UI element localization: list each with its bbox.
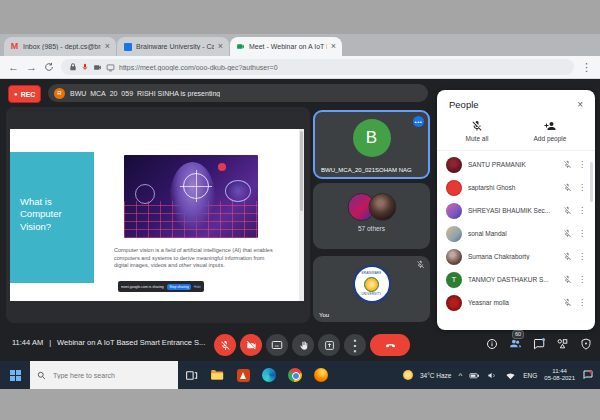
mic-off-icon: [563, 160, 572, 169]
participant-row[interactable]: saptarshi Ghosh ⋮: [437, 176, 595, 199]
more-options-icon[interactable]: ⋮: [578, 275, 586, 284]
recording-badge: ● REC: [8, 85, 41, 103]
participant-row[interactable]: SANTU PRAMANIK ⋮: [437, 153, 595, 176]
camera-permission-icon[interactable]: [93, 63, 102, 72]
edge-button[interactable]: [256, 361, 282, 389]
browser-menu-icon[interactable]: ⋮: [581, 62, 592, 73]
mic-off-icon: [416, 260, 425, 269]
chrome-icon: [288, 368, 302, 382]
others-avatars: [347, 193, 396, 221]
raise-hand-button[interactable]: [292, 334, 314, 356]
more-options-icon[interactable]: ⋮: [578, 206, 586, 215]
more-options-icon[interactable]: ⋮: [578, 183, 586, 192]
participants-list: SANTU PRAMANIK ⋮ saptarshi Ghosh ⋮ SHREY…: [437, 151, 595, 314]
camera-button[interactable]: [240, 334, 262, 356]
screen-share-bar: meet.google.com is sharing your screen. …: [118, 281, 204, 292]
audio-indicator-icon: •••: [413, 116, 424, 127]
participant-tile-speaker[interactable]: ••• B BWU_MCA_20_021SOHAM NAG: [313, 110, 430, 179]
battery-icon[interactable]: [469, 370, 480, 381]
close-icon[interactable]: ×: [577, 99, 583, 110]
mic-off-icon: [563, 183, 572, 192]
slide-scrollbar[interactable]: [299, 129, 304, 301]
present-button[interactable]: [318, 334, 340, 356]
avatar: [446, 295, 462, 311]
participant-row[interactable]: Sumana Chakraborty ⋮: [437, 245, 595, 268]
host-controls-button[interactable]: [580, 338, 592, 350]
participant-tile-others[interactable]: 57 others: [313, 183, 430, 249]
mic-off-icon: [563, 229, 572, 238]
more-options-button[interactable]: ⋮: [344, 334, 366, 356]
slide-title-panel: What is Computer Vision?: [10, 152, 94, 283]
participant-tile-you[interactable]: BRAINWARE UNIVERSITY You: [313, 256, 430, 322]
hide-button[interactable]: Hide: [194, 285, 201, 289]
taskbar-search[interactable]: [30, 361, 178, 389]
language-indicator[interactable]: ENG: [523, 372, 537, 379]
lock-icon: [69, 63, 77, 71]
leave-call-button[interactable]: [370, 334, 410, 356]
participant-row[interactable]: sonai Mandal ⋮: [437, 222, 595, 245]
back-button[interactable]: ←: [8, 62, 19, 73]
red-dot-decoration: [218, 163, 226, 171]
slide-body-text: Computer vision is a field of artificial…: [114, 247, 278, 270]
close-icon[interactable]: ×: [105, 42, 110, 51]
more-options-icon[interactable]: ⋮: [578, 298, 586, 307]
close-icon[interactable]: ×: [218, 42, 223, 51]
network-icon[interactable]: [505, 370, 516, 381]
add-people-button[interactable]: Add people: [534, 120, 567, 142]
rec-label: REC: [21, 91, 36, 98]
avatar: [446, 203, 462, 219]
tab-calendar[interactable]: Brainware University - Calenda ×: [117, 37, 229, 56]
vlc-button[interactable]: [230, 361, 256, 389]
weather-text[interactable]: 34°C Haze: [420, 372, 452, 379]
taskbar-clock[interactable]: 11:44 05-08-2021: [544, 368, 575, 383]
address-bar[interactable]: https://meet.google.com/ooo-dkub-gec?aut…: [61, 59, 574, 75]
mic-button[interactable]: [214, 334, 236, 356]
shared-screen-tile[interactable]: What is Computer Vision? Computer vision…: [6, 107, 310, 323]
participant-row[interactable]: SHREYASI BHAUMIK Sec... ⋮: [437, 199, 595, 222]
tab-gmail[interactable]: M Inbox (985) - dept.cs@brainwa ×: [4, 37, 116, 56]
presenting-text: BWU_MCA_20_059_RISHI SINHA is presenting: [70, 90, 220, 97]
firefox-button[interactable]: [308, 361, 334, 389]
participant-row[interactable]: Yeasnar molla ⋮: [437, 291, 595, 314]
more-options-icon[interactable]: ⋮: [578, 160, 586, 169]
more-options-icon[interactable]: ⋮: [578, 252, 586, 261]
captions-button[interactable]: cc: [266, 334, 288, 356]
cast-icon[interactable]: [106, 63, 115, 72]
participant-name: BWU_MCA_20_021SOHAM NAG: [321, 167, 424, 173]
chrome-button[interactable]: [282, 361, 308, 389]
mic-in-use-icon[interactable]: [81, 63, 89, 71]
svg-text:cc: cc: [275, 343, 279, 348]
logo-emblem: [364, 277, 379, 292]
mic-off-icon: [563, 252, 572, 261]
start-button[interactable]: [0, 361, 30, 389]
people-button[interactable]: 60: [509, 337, 522, 350]
tab-title: Meet - Webinar on A IoT Base: [249, 43, 327, 50]
meet-control-bar: 11:44 AM | Webinar on A IoT Based Smart …: [0, 329, 600, 361]
avatar: [368, 193, 396, 221]
mute-all-button[interactable]: Mute all: [466, 120, 489, 142]
meet-window: ● REC R BWU_MCA_20_059_RISHI SINHA is pr…: [0, 79, 600, 361]
close-icon[interactable]: ×: [331, 42, 336, 51]
stop-sharing-button[interactable]: Stop sharing: [167, 284, 191, 290]
avatar: [446, 157, 462, 173]
vlc-icon: [237, 369, 250, 382]
search-input[interactable]: [51, 371, 165, 380]
participant-count-badge: 60: [512, 330, 524, 339]
volume-icon[interactable]: [487, 370, 498, 381]
chat-button[interactable]: [533, 338, 545, 350]
file-explorer-button[interactable]: [204, 361, 230, 389]
task-view-button[interactable]: [178, 361, 204, 389]
panel-scrollbar[interactable]: [590, 162, 593, 202]
activities-button[interactable]: [556, 337, 569, 350]
forward-button[interactable]: →: [26, 62, 37, 73]
weather-icon[interactable]: [403, 370, 413, 380]
action-center-button[interactable]: [582, 369, 594, 381]
refresh-button[interactable]: [44, 62, 54, 72]
meeting-details-button[interactable]: [486, 338, 498, 350]
tab-meet-active[interactable]: Meet - Webinar on A IoT Base ×: [230, 37, 342, 56]
brainware-university-logo: BRAINWARE UNIVERSITY: [353, 265, 391, 303]
more-options-icon[interactable]: ⋮: [578, 229, 586, 238]
participant-row[interactable]: T TANMOY DASTHAKUR S... ⋮: [437, 268, 595, 291]
chip-decoration: [135, 184, 155, 204]
hidden-icons-chevron[interactable]: ^: [458, 371, 462, 380]
